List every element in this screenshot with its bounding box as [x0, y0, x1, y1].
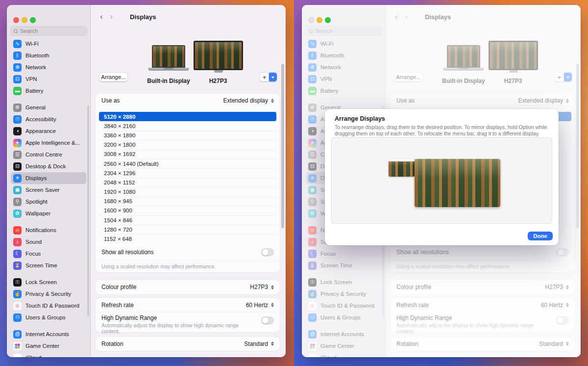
back-button[interactable]: ‹ — [392, 12, 401, 21]
refresh-rate-select[interactable]: 60 Hertz — [246, 301, 274, 309]
search-input[interactable]: Search — [10, 26, 87, 36]
sidebar-item[interactable]: ▣ Screen Saver — [11, 184, 86, 196]
sidebar-item[interactable]: Game Center — [11, 340, 86, 352]
done-button[interactable]: Done — [528, 232, 553, 240]
sidebar-item[interactable]: ∿ Wi-Fi — [11, 38, 86, 50]
show-all-resolutions-toggle[interactable] — [261, 248, 274, 256]
colour-profile-select[interactable]: H27P3 — [545, 284, 569, 291]
sidebar-item[interactable]: ✦ Apple Intelligence &... — [11, 137, 86, 149]
add-display-menu-button[interactable] — [564, 73, 572, 81]
sidebar-item[interactable]: ☾ Focus — [11, 248, 86, 260]
window-controls — [13, 17, 36, 23]
sidebar-item[interactable]: ♪ Sound — [11, 236, 86, 248]
arrange-button[interactable]: Arrange... — [394, 73, 422, 81]
resolution-option[interactable]: 1680 × 945 — [99, 197, 276, 206]
sidebar-item[interactable]: ⚙ General — [11, 102, 86, 113]
control-centre-icon: ☰ — [308, 151, 317, 159]
hdr-toggle[interactable] — [556, 316, 569, 324]
resolution-option[interactable]: 1152 × 648 — [99, 234, 276, 243]
sidebar-item[interactable]: ☝ Privacy & Security — [306, 288, 381, 300]
sidebar-item[interactable]: ☝ Privacy & Security — [11, 288, 86, 300]
minimize-button[interactable] — [317, 17, 322, 23]
resolution-option[interactable]: 1600 × 900 — [99, 206, 276, 215]
sidebar-item[interactable]: ᛒ Bluetooth — [306, 50, 381, 61]
sidebar-item[interactable]: ⊡ VPN — [306, 73, 381, 85]
sidebar-item[interactable]: ☰ Control Centre — [11, 149, 86, 160]
add-display-menu-button[interactable] — [269, 73, 277, 81]
sidebar-item[interactable]: @ Internet Accounts — [306, 328, 381, 340]
external-display-thumbnail[interactable] — [194, 41, 243, 70]
sidebar-item[interactable]: ☉ Accessibility — [11, 113, 86, 125]
search-placeholder: Search — [315, 28, 333, 34]
sidebar-item[interactable]: ◑ Appearance — [11, 125, 86, 137]
sidebar-item[interactable]: ✿ Wallpaper — [11, 208, 86, 219]
resolution-option[interactable]: 3008 × 1692 — [99, 150, 276, 159]
builtin-display-thumbnail[interactable] — [447, 45, 480, 68]
resolution-option[interactable]: 1280 × 720 — [99, 225, 276, 234]
rotation-select[interactable]: Standard — [244, 340, 274, 347]
resolution-option[interactable]: 1504 × 846 — [99, 215, 276, 225]
main-scrollbar[interactable] — [576, 64, 579, 228]
builtin-display-arrangement[interactable] — [389, 159, 415, 177]
sidebar-item[interactable]: ◎ Touch ID & Password — [306, 300, 381, 312]
minimize-button[interactable] — [22, 17, 27, 23]
use-as-select[interactable]: Extended display — [223, 97, 274, 105]
zoom-button[interactable] — [30, 17, 36, 23]
arrange-button[interactable]: Arrange... — [99, 73, 127, 81]
resolution-option[interactable]: 2048 × 1152 — [99, 178, 276, 187]
show-all-resolutions-toggle[interactable] — [556, 248, 569, 256]
sidebar-item[interactable]: ☾ Focus — [306, 248, 381, 260]
sidebar-item[interactable]: ☁ iCloud — [11, 352, 86, 357]
sidebar-item[interactable]: ▬ Battery — [11, 85, 86, 97]
add-display-button[interactable]: + — [555, 73, 564, 81]
sidebar-item[interactable]: ◎ Touch ID & Password — [11, 300, 86, 312]
menu-bar-strip — [389, 159, 415, 161]
sidebar-scrollbar[interactable] — [87, 105, 89, 316]
sidebar-item[interactable]: ᛒ Bluetooth — [11, 50, 86, 61]
rotation-select[interactable]: Standard — [539, 340, 569, 347]
refresh-rate-select[interactable]: 60 Hertz — [541, 301, 569, 309]
resolution-option[interactable]: 2304 × 1296 — [99, 168, 276, 178]
sidebar-item[interactable]: ⌛ Screen Time — [306, 260, 381, 271]
resolution-option[interactable]: 3200 × 1800 — [99, 140, 276, 150]
sidebar-item[interactable]: ⚇ Users & Groups — [306, 312, 381, 323]
sidebar-item[interactable]: ⍾ Notifications — [11, 224, 86, 236]
close-button[interactable] — [13, 17, 19, 23]
sidebar-item[interactable]: ☁ iCloud — [306, 352, 381, 357]
main-scrollbar[interactable] — [281, 64, 284, 228]
sidebar-item[interactable]: ⊡ VPN — [11, 73, 86, 85]
sidebar-item[interactable]: ⊕ Network — [11, 61, 86, 73]
forward-button[interactable]: › — [401, 12, 411, 21]
sidebar-item[interactable]: ⊕ Network — [306, 61, 381, 73]
sidebar-item[interactable]: ⚿ Lock Screen — [306, 276, 381, 288]
stepper-icon — [566, 97, 569, 105]
sidebar-item[interactable]: ⚿ Lock Screen — [11, 276, 86, 288]
resolution-option[interactable]: 3360 × 1890 — [99, 131, 276, 140]
sidebar-item[interactable]: @ Internet Accounts — [11, 328, 86, 340]
resolution-option[interactable]: 2560 × 1440 (Default) — [99, 159, 276, 168]
resolution-option[interactable]: 3840 × 2160 — [99, 121, 276, 131]
external-display-arrangement[interactable] — [415, 159, 500, 207]
hdr-toggle[interactable] — [261, 316, 274, 324]
sidebar-item[interactable]: ☀ Displays — [11, 172, 86, 184]
sidebar-item[interactable]: ▬ Battery — [306, 85, 381, 97]
battery-icon: ▬ — [308, 87, 317, 95]
sidebar-item[interactable]: ⌛ Screen Time — [11, 260, 86, 271]
sidebar-item[interactable]: ⚇ Users & Groups — [11, 312, 86, 323]
search-input[interactable]: Search — [305, 26, 382, 36]
sidebar-item[interactable]: ∿ Wi-Fi — [306, 38, 381, 50]
add-display-button[interactable]: + — [260, 73, 269, 81]
sidebar-item[interactable]: ⊟ Desktop & Dock — [11, 160, 86, 172]
sidebar-item[interactable]: ⚲ Spotlight — [11, 196, 86, 208]
external-display-thumbnail[interactable] — [489, 41, 538, 70]
back-button[interactable]: ‹ — [97, 12, 106, 21]
zoom-button[interactable] — [325, 17, 331, 23]
sidebar-item[interactable]: Game Center — [306, 340, 381, 352]
builtin-display-thumbnail[interactable] — [152, 45, 185, 68]
close-button[interactable] — [308, 17, 314, 23]
use-as-select[interactable]: Extended display — [518, 97, 569, 105]
resolution-option[interactable]: 5120 × 2880 — [99, 112, 276, 121]
forward-button[interactable]: › — [106, 12, 116, 21]
resolution-option[interactable]: 1920 × 1080 — [99, 187, 276, 197]
colour-profile-select[interactable]: H27P3 — [250, 284, 274, 291]
